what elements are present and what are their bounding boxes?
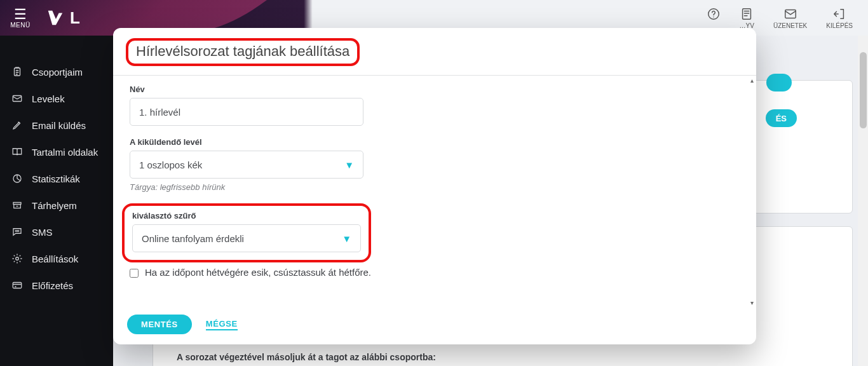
- help-circle-icon: [707, 7, 721, 21]
- field-filter-highlight: kiválasztó szűrő Online tanfolyam érdekl…: [122, 203, 371, 262]
- sidebar-item-storage[interactable]: Tárhelyem: [0, 192, 113, 219]
- sidebar-item-subscription[interactable]: Előfizetés: [0, 272, 113, 299]
- header-book[interactable]: …YV: [740, 7, 754, 29]
- field-name: Név 1. hírlevél: [130, 85, 363, 126]
- name-input[interactable]: 1. hírlevél: [130, 98, 363, 126]
- sidebar-item-letters[interactable]: Levelek: [0, 85, 113, 112]
- logo-text-fragment: L: [70, 8, 80, 28]
- svg-rect-2: [785, 10, 796, 18]
- sidebar-item-stats[interactable]: Statisztikák: [0, 165, 113, 192]
- background-chip: [766, 74, 792, 92]
- letter-select[interactable]: 1 oszlopos kék ▼: [130, 151, 363, 179]
- sidebar-item-label: SMS: [32, 227, 53, 238]
- modal-footer: MENTÉS MÉGSE: [113, 308, 756, 344]
- caret-down-icon: ▼: [342, 233, 351, 244]
- sidebar-item-label: Levelek: [32, 93, 65, 104]
- svg-rect-12: [13, 283, 22, 288]
- sidebar-item-label: Beállítások: [32, 254, 78, 264]
- gear-icon: [11, 253, 23, 264]
- header-help[interactable]: [707, 7, 721, 22]
- sidebar-item-label: Statisztikák: [32, 173, 80, 184]
- logo-mark-icon: [46, 8, 65, 27]
- sidebar-item-send-email[interactable]: Email küldés: [0, 112, 113, 139]
- letter-select-value: 1 oszlopos kék: [139, 159, 202, 170]
- pie-icon: [11, 173, 23, 184]
- book-icon: [740, 7, 754, 21]
- archive-icon: [11, 200, 23, 211]
- book-open-icon: [11, 146, 23, 158]
- modal-header: Hírlevélsorozat tagjának beállítása: [113, 28, 756, 76]
- filter-select[interactable]: Online tanfolyam érdekli ▼: [132, 224, 361, 252]
- sidebar-item-content-pages[interactable]: Tartalmi oldalak: [0, 139, 113, 165]
- sidebar-item-settings[interactable]: Beállítások: [0, 245, 113, 272]
- mail-icon: [11, 93, 23, 104]
- sidebar-item-label: Csoportjaim: [32, 67, 83, 78]
- cancel-button[interactable]: MÉGSE: [206, 319, 238, 330]
- caret-down-icon: ▼: [344, 159, 354, 170]
- header-actions: …YV ÜZENETEK KILÉPÉS: [707, 7, 868, 29]
- name-label: Név: [130, 85, 363, 94]
- clipboard-icon: [11, 66, 23, 78]
- logout-icon: [832, 7, 846, 21]
- hamburger-icon: ☰: [0, 8, 41, 22]
- sidebar-item-groups[interactable]: Csoportjaim: [0, 58, 113, 85]
- header-logout[interactable]: KILÉPÉS: [826, 7, 853, 29]
- filter-select-value: Online tanfolyam érdekli: [142, 233, 244, 244]
- header-messages-label: ÜZENETEK: [773, 22, 807, 29]
- mail-icon: [783, 7, 797, 21]
- main-menu-button[interactable]: ☰ MENÜ: [0, 8, 41, 29]
- svg-point-11: [16, 257, 19, 261]
- scroll-up-icon[interactable]: ▴: [749, 77, 755, 85]
- card-icon: [11, 280, 23, 291]
- svg-point-10: [18, 231, 19, 231]
- main-menu-label: MENÜ: [0, 22, 41, 29]
- save-button[interactable]: MENTÉS: [127, 315, 192, 334]
- modal-body: ▴ ▾ Név 1. hírlevél A kiküldendő levél 1…: [113, 76, 756, 308]
- letter-label: A kiküldendő levél: [130, 137, 363, 147]
- app-logo[interactable]: L: [46, 8, 80, 28]
- sidebar-item-label: Előfizetés: [32, 280, 73, 291]
- sidebar-item-label: Tartalmi oldalak: [32, 147, 98, 158]
- sidebar-item-label: Tárhelyem: [32, 200, 77, 211]
- background-button-fragment: ÉS: [766, 109, 797, 127]
- svg-rect-1: [743, 8, 751, 19]
- settings-modal: Hírlevélsorozat tagjának beállítása ▴ ▾ …: [113, 28, 756, 344]
- weekend-checkbox[interactable]: [130, 269, 139, 278]
- speech-icon: [11, 226, 23, 238]
- weekend-checkbox-row: Ha az időpont hétvégére esik, csúsztassu…: [130, 266, 384, 279]
- letter-helper: Tárgya: legfrissebb hírünk: [130, 182, 363, 192]
- svg-rect-4: [13, 96, 22, 102]
- sidebar: Csoportjaim Levelek Email küldés Tartalm…: [0, 36, 113, 366]
- sidebar-item-label: Email küldés: [32, 120, 86, 131]
- page-scrollbar-thumb[interactable]: [860, 52, 867, 128]
- background-copy-text: A sorozat végeztével másoljuk át a tagot…: [177, 352, 436, 362]
- filter-label: kiválasztó szűrő: [132, 211, 361, 220]
- header-logout-label: KILÉPÉS: [826, 22, 853, 29]
- svg-point-8: [15, 231, 16, 231]
- name-input-value: 1. hírlevél: [139, 107, 180, 118]
- weekend-checkbox-label[interactable]: Ha az időpont hétvégére esik, csúsztassu…: [145, 266, 371, 279]
- page-scrollbar[interactable]: [858, 36, 868, 366]
- edit-icon: [11, 119, 23, 131]
- field-letter: A kiküldendő levél 1 oszlopos kék ▼ Tárg…: [130, 137, 363, 192]
- header-messages[interactable]: ÜZENETEK: [773, 7, 807, 29]
- modal-title: Hírlevélsorozat tagjának beállítása: [126, 38, 360, 66]
- sidebar-item-sms[interactable]: SMS: [0, 219, 113, 245]
- svg-point-9: [17, 231, 17, 231]
- scroll-down-icon[interactable]: ▾: [749, 299, 755, 307]
- modal-scrollbar[interactable]: ▴ ▾: [749, 77, 755, 307]
